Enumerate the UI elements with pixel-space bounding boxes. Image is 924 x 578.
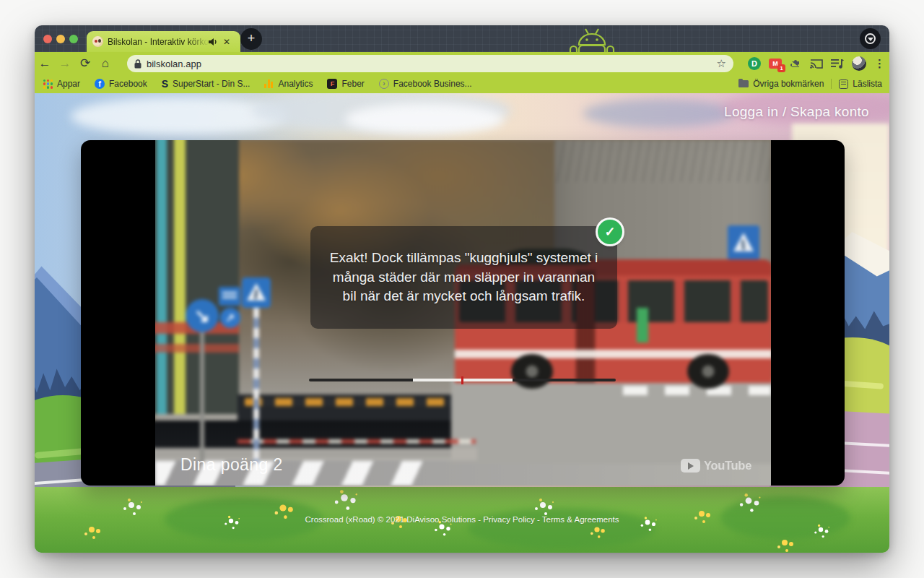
feber-icon: F: [327, 79, 337, 89]
browser-window: Bilskolan - Interaktiv körko ✕ + ← → ⟳: [35, 25, 889, 553]
bookmark-label: Feber: [341, 79, 364, 89]
red-white-barrier: [237, 439, 476, 444]
message-line: många städer där man släpper in varannan: [333, 268, 595, 288]
reload-icon[interactable]: ⟳: [75, 56, 95, 71]
sign-pole: [253, 308, 259, 462]
back-icon[interactable]: ←: [35, 56, 55, 71]
sign-pole: [200, 332, 204, 462]
cloud: [583, 99, 735, 128]
flowers: [341, 494, 348, 501]
browser-toolbar: ← → ⟳ ⌂ bilskolan.app ☆ D M 1: [35, 52, 889, 74]
flowers: [439, 524, 444, 529]
flowers: [819, 527, 823, 532]
close-tab-icon[interactable]: ✕: [223, 37, 230, 47]
extensions-row: D M 1 ⋮: [748, 52, 885, 74]
other-bookmarks-button[interactable]: Övriga bokmärken: [738, 79, 824, 89]
theme-corner-button[interactable]: [860, 28, 881, 49]
folder-icon: [738, 80, 749, 87]
superstart-icon: S: [162, 78, 168, 90]
progress-marker: [461, 376, 463, 384]
bookmark-label: Appar: [57, 79, 80, 89]
message-line: bil när det är mycket och långsam trafik…: [343, 287, 585, 306]
correct-check-icon: ✓: [598, 220, 622, 244]
other-bookmarks-label: Övriga bokmärken: [753, 79, 824, 89]
triangle-down-icon: [868, 38, 873, 41]
flowers-yellow: [594, 527, 599, 532]
reading-list-icon: [839, 79, 848, 89]
reading-list-label: Läslista: [853, 79, 882, 89]
pedestrian-crossing-sign: [728, 225, 759, 260]
puzzle-extension-icon[interactable]: [790, 57, 802, 69]
extension-d-icon[interactable]: D: [748, 57, 761, 70]
bookmark-facebook[interactable]: f Facebook: [95, 79, 147, 89]
minimize-window-button[interactable]: [56, 35, 65, 43]
small-info-sign: [219, 287, 240, 306]
bookmark-label: Facebook: [109, 79, 147, 89]
youtube-watermark[interactable]: YouTube: [681, 459, 751, 473]
new-tab-button[interactable]: +: [240, 28, 262, 50]
webpage: Logga in / Skapa konto: [35, 93, 889, 553]
speaker-icon[interactable]: [209, 38, 218, 46]
flowers-yellow: [279, 504, 286, 511]
video-progress-bar[interactable]: [309, 379, 616, 381]
score-text: Dina poäng 2: [180, 455, 283, 475]
divider: [831, 79, 832, 89]
url-text: bilskolan.app: [147, 59, 717, 69]
gmail-extension-icon[interactable]: M 1: [769, 59, 782, 69]
bookmarks-right-group: Övriga bokmärken Läslista: [738, 79, 882, 89]
bookmark-feber[interactable]: F Feber: [327, 79, 364, 89]
bookmark-superstart[interactable]: S SuperStart - Din S...: [162, 78, 250, 90]
bookmark-analytics[interactable]: Analytics: [264, 79, 313, 89]
browser-tab[interactable]: Bilskolan - Interaktiv körko ✕: [87, 31, 240, 52]
scaffold-building: [155, 140, 239, 414]
bookmark-appar[interactable]: Appar: [43, 79, 80, 89]
video-player[interactable]: ↘ ↗: [81, 140, 845, 486]
forward-icon[interactable]: →: [55, 56, 75, 71]
flowers-yellow: [782, 540, 788, 545]
wire-fence: [554, 140, 771, 182]
youtube-wordmark: YouTube: [704, 459, 751, 473]
gmail-badge: 1: [777, 64, 785, 72]
lock-icon: [134, 59, 141, 69]
message-line: Exakt! Dock tillämpas "kugghjuls" system…: [330, 249, 598, 268]
address-bar[interactable]: bilskolan.app ☆: [127, 55, 733, 72]
analytics-icon: [264, 79, 274, 88]
tab-title: Bilskolan - Interaktiv körko: [108, 37, 209, 47]
bookmark-label: SuperStart - Din S...: [173, 79, 250, 89]
pedestrian-crossing-sign: [242, 277, 271, 308]
cloud: [345, 103, 504, 135]
quiz-feedback-message: Exakt! Dock tillämpas "kugghjuls" system…: [310, 226, 617, 329]
youtube-play-icon: [681, 459, 700, 473]
small-arrow-sign: ↗: [220, 308, 240, 328]
direction-arrow-sign: ↘: [186, 299, 219, 332]
bookmark-label: Facebook Busines...: [393, 79, 472, 89]
close-window-button[interactable]: [43, 35, 52, 43]
flowers: [128, 502, 134, 508]
bookmark-facebook-business[interactable]: › Facebook Busines...: [379, 79, 472, 89]
bookmark-star-icon[interactable]: ☆: [717, 57, 726, 70]
flowers: [746, 498, 752, 504]
bookmark-label: Analytics: [278, 79, 313, 89]
tab-strip: Bilskolan - Interaktiv körko ✕ +: [35, 25, 889, 52]
profile-avatar[interactable]: [852, 56, 866, 71]
tunnel-lights: [245, 398, 468, 406]
flowers: [540, 502, 546, 508]
facebook-icon: f: [95, 79, 105, 89]
cast-icon[interactable]: [810, 58, 823, 69]
login-link[interactable]: Logga in / Skapa konto: [724, 104, 869, 120]
tunnel-sign-band: [237, 394, 476, 422]
cloud: [71, 98, 287, 135]
crosswalk-stripes: [623, 386, 771, 395]
playlist-icon[interactable]: [831, 59, 844, 69]
bookmarks-bar: Appar f Facebook S SuperStart - Din S...…: [35, 74, 889, 93]
home-icon[interactable]: ⌂: [95, 56, 116, 71]
chrome-menu-icon[interactable]: ⋮: [874, 57, 885, 70]
reading-list-button[interactable]: Läslista: [839, 79, 882, 89]
android-robot-icon: [567, 27, 617, 52]
apps-grid-icon: [43, 79, 53, 89]
zoom-window-button[interactable]: [69, 35, 78, 43]
circle-ring-icon: [865, 33, 876, 44]
flowers-yellow: [89, 527, 95, 532]
footer-text: Crossroad (xRoad) © 2021 DiAvisoo Soluti…: [35, 515, 889, 524]
site-favicon-icon: [92, 36, 103, 47]
